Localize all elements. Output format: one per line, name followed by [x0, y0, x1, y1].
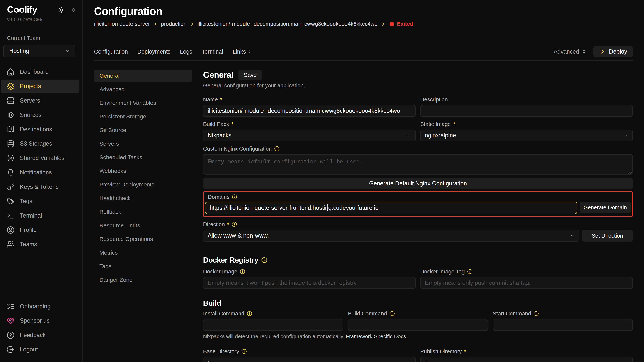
generate-nginx-button[interactable]: Generate Default Nginx Configuration — [203, 178, 633, 189]
subnav-item-environment-variables[interactable]: Environment Variables — [94, 97, 192, 109]
publish-directory-label: Publish Directory * — [420, 348, 633, 355]
tab-terminal[interactable]: Terminal — [202, 48, 223, 55]
sidebar-item-profile[interactable]: Profile — [1, 223, 79, 237]
save-button[interactable]: Save — [238, 70, 262, 80]
start-command-input[interactable] — [492, 319, 633, 331]
info-icon[interactable] — [232, 222, 237, 227]
subnav-item-advanced[interactable]: Advanced — [94, 83, 192, 95]
info-icon[interactable] — [241, 349, 247, 354]
sidebar-item-onboarding[interactable]: Onboarding — [1, 300, 79, 313]
text-caret — [328, 204, 328, 211]
info-icon[interactable] — [261, 257, 268, 263]
sidebar-item-sources[interactable]: Sources — [1, 108, 79, 122]
info-icon[interactable] — [232, 194, 238, 200]
base-directory-input[interactable] — [203, 357, 416, 362]
section-title: General — [203, 70, 234, 80]
info-icon[interactable] — [389, 311, 395, 317]
bell-icon — [6, 168, 15, 177]
subnav-item-persistent-storage[interactable]: Persistent Storage — [94, 110, 192, 123]
sidebar-item-logout[interactable]: Logout — [1, 343, 79, 356]
page-title: Configuration — [94, 5, 633, 17]
direction-value: Allow www & non-www. — [208, 232, 269, 239]
domains-input[interactable] — [205, 202, 577, 214]
subnav-item-metrics[interactable]: Metrics — [94, 247, 192, 259]
sidebar-item-dashboard[interactable]: Dashboard — [1, 65, 79, 78]
sidebar-item-feedback[interactable]: Feedback — [1, 329, 79, 342]
subnav-item-webhooks[interactable]: Webhooks — [94, 165, 192, 177]
tab-links[interactable]: Links — [233, 48, 252, 55]
sidebar-item-terminal[interactable]: Terminal — [1, 209, 79, 222]
sidebar-item-servers[interactable]: Servers — [1, 94, 79, 107]
tab-deployments[interactable]: Deployments — [137, 48, 170, 55]
static-image-value: nginx:alpine — [425, 132, 456, 139]
breadcrumb: illicitonion quote server production ill… — [94, 21, 633, 27]
advanced-menu[interactable]: Advanced — [554, 48, 586, 55]
sidebar-nav: Dashboard Projects Servers Sources Desti… — [0, 65, 82, 252]
sidebar-item-label: Terminal — [20, 212, 42, 219]
subnav-item-rollback[interactable]: Rollback — [94, 206, 192, 218]
docker-image-label: Docker Image — [203, 268, 416, 275]
tab-configuration[interactable]: Configuration — [94, 48, 128, 55]
build-pack-select[interactable]: Nixpacks — [203, 130, 416, 141]
app-logo[interactable]: Coolify — [7, 4, 37, 15]
subnav-item-resource-operations[interactable]: Resource Operations — [94, 233, 192, 245]
subnav-item-healthcheck[interactable]: Healthcheck — [94, 192, 192, 204]
sidebar-item-destinations[interactable]: Destinations — [1, 123, 79, 136]
custom-nginx-textarea[interactable] — [203, 154, 633, 175]
publish-directory-input[interactable] — [420, 357, 633, 362]
set-direction-button[interactable]: Set Direction — [582, 230, 633, 242]
users-icon — [6, 240, 15, 249]
subnav-item-resource-limits[interactable]: Resource Limits — [94, 219, 192, 232]
database-icon — [6, 140, 15, 148]
subnav-item-git-source[interactable]: Git Source — [94, 124, 192, 136]
docker-image-input[interactable] — [203, 277, 416, 289]
subnav-item-servers[interactable]: Servers — [94, 138, 192, 150]
sidebar-item-s3-storages[interactable]: S3 Storages — [1, 137, 79, 150]
sidebar-item-teams[interactable]: Teams — [1, 238, 79, 251]
direction-select[interactable]: Allow www & non-www. — [203, 230, 580, 242]
deploy-button[interactable]: Deploy — [594, 46, 633, 57]
sidebar-item-label: Notifications — [20, 169, 52, 176]
info-icon[interactable] — [240, 269, 245, 274]
docker-registry-heading: Docker Registry — [203, 256, 633, 264]
tab-bar: Configuration Deployments Logs Terminal … — [94, 46, 633, 57]
docker-image-tag-input[interactable] — [420, 277, 633, 289]
breadcrumb-environment[interactable]: production — [161, 21, 186, 27]
sidebar-item-notifications[interactable]: Notifications — [1, 166, 79, 179]
sidebar-item-keys-tokens[interactable]: Keys & Tokens — [1, 180, 79, 193]
sidebar-footer: Onboarding Sponsor us Feedback Logout — [0, 299, 82, 362]
sidebar-item-sponsor-us[interactable]: Sponsor us — [1, 314, 79, 327]
chevrons-up-down-icon[interactable] — [70, 7, 77, 13]
layers-icon — [6, 82, 15, 90]
info-icon[interactable] — [247, 311, 252, 317]
subnav-item-general[interactable]: General — [94, 70, 192, 82]
current-team-label: Current Team — [0, 22, 82, 41]
team-select[interactable]: Hosting — [3, 45, 75, 57]
subnav-item-preview-deployments[interactable]: Preview Deployments — [94, 179, 192, 191]
breadcrumb-project[interactable]: illicitonion quote server — [94, 21, 150, 27]
sun-icon[interactable] — [57, 6, 65, 14]
sidebar-item-tags[interactable]: Tags — [1, 195, 79, 208]
build-command-input[interactable] — [348, 319, 488, 331]
sidebar-item-shared-variables[interactable]: Shared Variables — [1, 151, 79, 165]
info-icon[interactable] — [533, 311, 539, 317]
subnav-item-tags[interactable]: Tags — [94, 260, 192, 272]
install-command-input[interactable] — [203, 319, 344, 331]
advanced-menu-label: Advanced — [554, 48, 579, 55]
generate-domain-button[interactable]: Generate Domain — [580, 202, 631, 213]
sidebar-item-projects[interactable]: Projects — [1, 80, 79, 93]
info-icon[interactable] — [467, 269, 473, 274]
subnav-item-danger-zone[interactable]: Danger Zone — [94, 274, 192, 286]
sidebar-item-label: Sponsor us — [20, 317, 50, 324]
framework-docs-link[interactable]: Framework Specific Docs — [346, 334, 406, 339]
description-input[interactable] — [420, 105, 633, 117]
sidebar-item-label: Logout — [20, 346, 38, 353]
status-badge: Exited — [390, 21, 413, 27]
info-icon[interactable] — [274, 146, 280, 151]
name-input[interactable] — [203, 105, 416, 117]
static-image-select[interactable]: nginx:alpine — [420, 130, 633, 141]
chevrons-up-down-icon — [581, 49, 587, 54]
breadcrumb-application[interactable]: illicitestonion/-module--decomposition:m… — [198, 21, 378, 27]
tab-logs[interactable]: Logs — [180, 48, 192, 55]
subnav-item-scheduled-tasks[interactable]: Scheduled Tasks — [94, 151, 192, 163]
